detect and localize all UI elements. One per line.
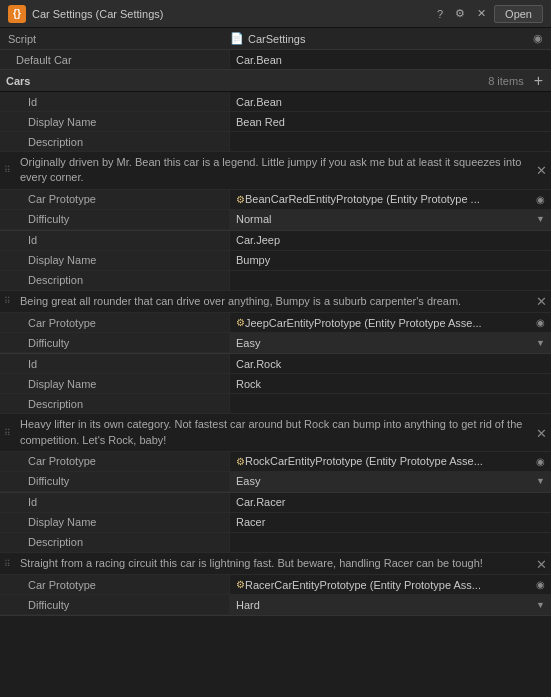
car-description-text-0: Originally driven by Mr. Bean this car i… — [14, 152, 551, 189]
car-prototype-text-2: RockCarEntityPrototype (Entity Prototype… — [245, 455, 483, 467]
car-id-row-2: Id Car.Rock — [0, 354, 551, 374]
car-difficulty-row-2: Difficulty Easy ▼ — [0, 472, 551, 492]
car-description-label-0: Description — [0, 132, 230, 151]
settings-panel: Script 📄 CarSettings ◉ Default Car Car.B… — [0, 28, 551, 616]
car-description-content-row-3: ⠿ Straight from a racing circuit this ca… — [0, 553, 551, 575]
script-row: Script 📄 CarSettings ◉ — [0, 28, 551, 50]
car-id-label-1: Id — [0, 231, 230, 250]
car-id-label-3: Id — [0, 493, 230, 512]
car-difficulty-label-0: Difficulty — [0, 210, 230, 229]
default-car-row: Default Car Car.Bean — [0, 50, 551, 70]
drag-handle-0[interactable]: ⠿ — [0, 152, 14, 189]
window-title: Car Settings (Car Settings) — [32, 8, 433, 20]
car-description-empty-3 — [230, 533, 551, 552]
car-section-1: Id Car.Jeep Display Name Bumpy Descripti… — [0, 231, 551, 354]
car-prototype-value-0: ⚙ BeanCarRedEntityPrototype (Entity Prot… — [230, 190, 551, 209]
car-displayname-value-0: Bean Red — [230, 112, 551, 131]
car-description-text-3: Straight from a racing circuit this car … — [14, 553, 551, 574]
car-difficulty-dropdown-2[interactable]: Easy ▼ — [236, 475, 545, 487]
car-remove-button-1[interactable]: ✕ — [536, 295, 547, 308]
car-difficulty-text-1: Easy — [236, 337, 260, 349]
prototype-settings-button-3[interactable]: ◉ — [536, 579, 545, 590]
car-description-text-2: Heavy lifter in its own category. Not fa… — [14, 414, 551, 451]
app-icon: {} — [8, 5, 26, 23]
car-displayname-row-3: Display Name Racer — [0, 513, 551, 533]
car-displayname-value-3: Racer — [230, 513, 551, 532]
car-items-container: Id Car.Bean Display Name Bean Red Descri… — [0, 92, 551, 616]
drag-handle-1[interactable]: ⠿ — [0, 291, 14, 312]
car-difficulty-value-1[interactable]: Easy ▼ — [230, 333, 551, 352]
car-difficulty-text-2: Easy — [236, 475, 260, 487]
car-section-3: Id Car.Racer Display Name Racer Descript… — [0, 493, 551, 616]
script-file-icon: 📄 — [230, 32, 244, 45]
car-remove-button-2[interactable]: ✕ — [536, 426, 547, 439]
car-difficulty-row-3: Difficulty Hard ▼ — [0, 595, 551, 615]
car-displayname-label-0: Display Name — [0, 112, 230, 131]
title-bar-actions: ? ⚙ ✕ Open — [433, 5, 543, 23]
car-id-label-2: Id — [0, 354, 230, 373]
prototype-settings-button-1[interactable]: ◉ — [536, 317, 545, 328]
help-button[interactable]: ? — [433, 6, 447, 22]
car-prototype-row-0: Car Prototype ⚙ BeanCarRedEntityPrototyp… — [0, 190, 551, 210]
car-difficulty-dropdown-1[interactable]: Easy ▼ — [236, 337, 545, 349]
car-id-value-1: Car.Jeep — [230, 231, 551, 250]
car-difficulty-dropdown-3[interactable]: Hard ▼ — [236, 599, 545, 611]
cars-add-button[interactable]: + — [532, 73, 545, 89]
prototype-settings-button-0[interactable]: ◉ — [536, 194, 545, 205]
drag-handle-2[interactable]: ⠿ — [0, 414, 14, 451]
car-id-row-1: Id Car.Jeep — [0, 231, 551, 251]
car-description-content-row-2: ⠿ Heavy lifter in its own category. Not … — [0, 414, 551, 452]
car-description-label-1: Description — [0, 271, 230, 290]
car-description-label-3: Description — [0, 533, 230, 552]
car-displayname-value-2: Rock — [230, 374, 551, 393]
dropdown-arrow-icon-3: ▼ — [536, 600, 545, 610]
car-difficulty-text-3: Hard — [236, 599, 260, 611]
car-description-header-row-2: Description — [0, 394, 551, 414]
car-prototype-label-0: Car Prototype — [0, 190, 230, 209]
car-description-text-1: Being great all rounder that can drive o… — [14, 291, 551, 312]
car-displayname-value-1: Bumpy — [230, 251, 551, 270]
car-id-row-3: Id Car.Racer — [0, 493, 551, 513]
car-difficulty-label-2: Difficulty — [0, 472, 230, 491]
car-description-header-row-3: Description — [0, 533, 551, 553]
car-difficulty-value-2[interactable]: Easy ▼ — [230, 472, 551, 491]
cars-count: 8 items — [488, 75, 523, 87]
open-button[interactable]: Open — [494, 5, 543, 23]
car-prototype-label-1: Car Prototype — [0, 313, 230, 332]
car-difficulty-value-3[interactable]: Hard ▼ — [230, 595, 551, 614]
cars-section-header: Cars 8 items + — [0, 70, 551, 92]
car-prototype-value-3: ⚙ RacerCarEntityPrototype (Entity Protot… — [230, 575, 551, 594]
car-difficulty-value-0[interactable]: Normal ▼ — [230, 210, 551, 229]
script-expand-button[interactable]: ◉ — [533, 32, 543, 45]
script-name: CarSettings — [248, 33, 305, 45]
car-difficulty-dropdown-0[interactable]: Normal ▼ — [236, 213, 545, 225]
car-description-header-row-0: Description — [0, 132, 551, 152]
car-id-value-2: Car.Rock — [230, 354, 551, 373]
close-button[interactable]: ✕ — [473, 5, 490, 22]
drag-handle-3[interactable]: ⠿ — [0, 553, 14, 574]
dropdown-arrow-icon-2: ▼ — [536, 476, 545, 486]
car-description-empty-0 — [230, 132, 551, 151]
car-section-0: Id Car.Bean Display Name Bean Red Descri… — [0, 92, 551, 231]
car-difficulty-label-1: Difficulty — [0, 333, 230, 352]
car-difficulty-row-1: Difficulty Easy ▼ — [0, 333, 551, 353]
car-prototype-text-3: RacerCarEntityPrototype (Entity Prototyp… — [245, 579, 481, 591]
car-displayname-row-2: Display Name Rock — [0, 374, 551, 394]
settings-button[interactable]: ⚙ — [451, 5, 469, 22]
car-prototype-row-2: Car Prototype ⚙ RockCarEntityPrototype (… — [0, 452, 551, 472]
car-prototype-row-1: Car Prototype ⚙ JeepCarEntityPrototype (… — [0, 313, 551, 333]
car-description-empty-2 — [230, 394, 551, 413]
car-remove-button-0[interactable]: ✕ — [536, 164, 547, 177]
prototype-gear-icon-2: ⚙ — [236, 456, 245, 467]
scroll-container[interactable]: Script 📄 CarSettings ◉ Default Car Car.B… — [0, 28, 551, 616]
cars-section-label: Cars — [6, 75, 488, 87]
car-prototype-value-1: ⚙ JeepCarEntityPrototype (Entity Prototy… — [230, 313, 551, 332]
car-difficulty-label-3: Difficulty — [0, 595, 230, 614]
car-section-2: Id Car.Rock Display Name Rock Descriptio… — [0, 354, 551, 493]
prototype-settings-button-2[interactable]: ◉ — [536, 456, 545, 467]
car-description-content-row-0: ⠿ Originally driven by Mr. Bean this car… — [0, 152, 551, 190]
prototype-gear-icon-1: ⚙ — [236, 317, 245, 328]
car-displayname-label-3: Display Name — [0, 513, 230, 532]
script-label: Script — [8, 33, 230, 45]
car-remove-button-3[interactable]: ✕ — [536, 557, 547, 570]
